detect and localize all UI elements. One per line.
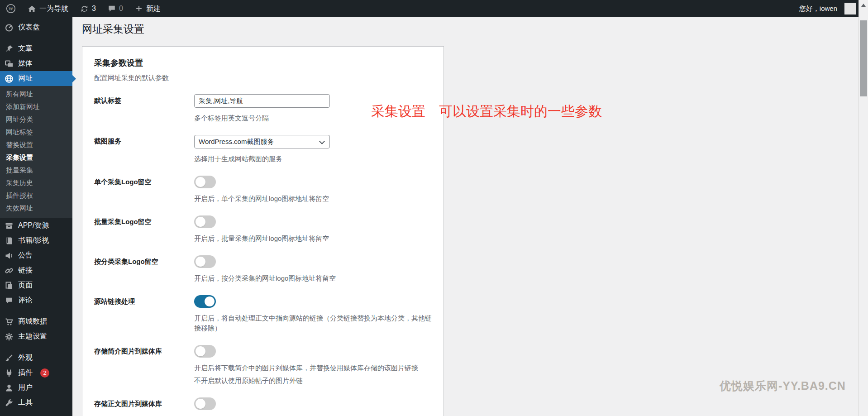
sidebar-item-media[interactable]: 媒体 — [0, 56, 72, 71]
wordpress-logo-link[interactable]: W — [0, 0, 22, 17]
toggle-knob — [196, 257, 205, 267]
field-help: 开启后，批量采集的网址logo图标地址将留空 — [194, 234, 436, 244]
submenu-item-batch-collect[interactable]: 批量采集 — [0, 164, 72, 177]
comment-icon — [5, 296, 14, 305]
sidebar-item-posts[interactable]: 文章 — [0, 41, 72, 56]
chevron-down-icon — [319, 139, 325, 144]
toggle-knob — [196, 346, 205, 356]
site-link[interactable]: 一为导航 — [22, 0, 74, 17]
field-label: 单个采集Logo留空 — [94, 176, 194, 204]
plugin-icon — [5, 368, 14, 378]
avatar — [844, 3, 856, 14]
home-icon — [28, 5, 36, 13]
comments-link[interactable]: 0 — [102, 0, 129, 17]
archive-icon — [5, 221, 14, 230]
field-help: 开启后，将自动处理正文中指向源站的链接（分类链接替换为本地分类，其他链接移除） — [194, 313, 436, 333]
media-icon — [5, 59, 14, 68]
site-name: 一为导航 — [39, 4, 68, 14]
batch-collect-logo-toggle[interactable] — [194, 215, 216, 228]
toggle-knob — [196, 177, 205, 187]
admin-sidebar: 仪表盘 文章 媒体 网址 所有网址 添加新网址 网址分类 网址标签 替换设置 采… — [0, 17, 72, 416]
account-greeting: 您好，iowen — [799, 5, 837, 13]
form-row-source-link: 源站链接处理 开启后，将自动处理正文中指向源站的链接（分类链接替换为本地分类，其… — [94, 295, 436, 333]
updates-icon — [80, 5, 89, 13]
scrollbar-up-button[interactable] — [859, 0, 868, 10]
globe-icon — [5, 74, 14, 83]
submenu-item-collect-history[interactable]: 采集历史 — [0, 177, 72, 189]
submenu-item-all-urls[interactable]: 所有网址 — [0, 88, 72, 100]
red-annotation-text: 采集设置 可以设置采集时的一些参数 — [371, 102, 602, 121]
book-icon — [5, 236, 14, 245]
submenu-item-add-url[interactable]: 添加新网址 — [0, 100, 72, 113]
account-link[interactable]: 您好，iowen — [799, 3, 856, 14]
sidebar-item-appearance[interactable]: 外观 — [0, 350, 72, 365]
new-label: 新建 — [146, 4, 161, 14]
brush-icon — [5, 354, 14, 363]
update-badge: 2 — [40, 368, 49, 378]
new-content-link[interactable]: 新建 — [129, 0, 167, 17]
field-label: 按分类采集Logo留空 — [94, 255, 194, 283]
toggle-knob — [196, 399, 205, 409]
content-image-media-toggle[interactable] — [194, 397, 216, 410]
form-row-screenshot-service: 截图服务 WordPress.com截图服务 选择用于生成网站截图的服务 — [94, 135, 436, 164]
field-help: 开启后，单个采集的网址logo图标地址将留空 — [194, 194, 436, 204]
sidebar-item-urls[interactable]: 网址 — [0, 71, 72, 86]
urls-submenu: 所有网址 添加新网址 网址分类 网址标签 替换设置 采集设置 批量采集 采集历史… — [0, 86, 72, 218]
sidebar-item-comments[interactable]: 评论 — [0, 293, 72, 308]
form-row-single-logo-blank: 单个采集Logo留空 开启后，单个采集的网址logo图标地址将留空 — [94, 176, 436, 204]
svg-text:W: W — [9, 6, 14, 11]
default-tags-input[interactable] — [194, 94, 330, 108]
scrollbar-up-icon — [861, 4, 866, 7]
submenu-item-replace-settings[interactable]: 替换设置 — [0, 139, 72, 151]
updates-link[interactable]: 3 — [74, 0, 102, 17]
dashboard-icon — [5, 23, 14, 32]
active-item-arrow — [72, 75, 76, 82]
category-collect-logo-toggle[interactable] — [194, 255, 216, 268]
single-collect-logo-toggle[interactable] — [194, 176, 216, 188]
form-row-batch-logo-blank: 批量采集Logo留空 开启后，批量采集的网址logo图标地址将留空 — [94, 215, 436, 244]
submenu-item-url-categories[interactable]: 网址分类 — [0, 113, 72, 126]
submenu-item-plugin-license[interactable]: 插件授权 — [0, 189, 72, 202]
plus-icon — [135, 5, 143, 13]
user-icon — [5, 383, 14, 392]
intro-image-media-toggle[interactable] — [194, 345, 216, 358]
scrollbar[interactable] — [858, 0, 868, 416]
form-row-content-image-media: 存储正文图片到媒体库 开启后将下载正文中的图片到媒体库，并替换使用媒体库存储的该… — [94, 397, 436, 416]
screenshot-service-select[interactable]: WordPress.com截图服务 — [194, 135, 330, 148]
form-row-category-logo-blank: 按分类采集Logo留空 开启后，按分类采集的网址logo图标地址将留空 — [94, 255, 436, 283]
page-title: 网址采集设置 — [82, 22, 858, 36]
field-help: 不开启默认使用原始帖子的图片外链 — [194, 376, 436, 386]
cart-icon — [5, 317, 14, 326]
sidebar-item-users[interactable]: 用户 — [0, 380, 72, 395]
link-icon — [5, 266, 14, 275]
sidebar-item-theme-settings[interactable]: 主题设置 — [0, 329, 72, 344]
field-help: 开启后，按分类采集的网址logo图标地址将留空 — [194, 273, 436, 283]
field-label: 默认标签 — [94, 94, 194, 123]
sidebar-item-shop-data[interactable]: 商城数据 — [0, 314, 72, 329]
toggle-knob — [196, 217, 205, 227]
sidebar-item-books-videos[interactable]: 书籍/影视 — [0, 233, 72, 248]
form-row-intro-image-media: 存储简介图片到媒体库 开启后将下载简介中的图片到媒体库，并替换使用媒体库存储的该… — [94, 345, 436, 386]
sidebar-item-app-resources[interactable]: APP/资源 — [0, 218, 72, 233]
sidebar-item-dashboard[interactable]: 仪表盘 — [0, 20, 72, 35]
scrollbar-thumb[interactable] — [860, 20, 867, 96]
megaphone-icon — [5, 251, 14, 260]
sidebar-item-tools[interactable]: 工具 — [0, 395, 72, 410]
field-help: 选择用于生成网站截图的服务 — [194, 154, 436, 164]
field-label: 存储正文图片到媒体库 — [94, 397, 194, 416]
submenu-item-dead-urls[interactable]: 失效网址 — [0, 202, 72, 215]
sidebar-item-links[interactable]: 链接 — [0, 263, 72, 278]
submenu-item-url-tags[interactable]: 网址标签 — [0, 126, 72, 139]
source-link-toggle[interactable] — [194, 295, 216, 308]
sidebar-item-announcements[interactable]: 公告 — [0, 248, 72, 263]
field-label: 批量采集Logo留空 — [94, 215, 194, 244]
field-help: 开启后将下载简介中的图片到媒体库，并替换使用媒体库存储的该图片链接 — [194, 363, 436, 373]
card-description: 配置网址采集的默认参数 — [94, 74, 436, 82]
field-label: 截图服务 — [94, 135, 194, 164]
toggle-knob — [205, 296, 215, 306]
select-value: WordPress.com截图服务 — [199, 138, 274, 146]
submenu-item-collect-settings[interactable]: 采集设置 — [0, 151, 72, 164]
sidebar-item-plugins[interactable]: 插件 2 — [0, 365, 72, 380]
pushpin-icon — [5, 44, 14, 53]
sidebar-item-pages[interactable]: 页面 — [0, 278, 72, 293]
